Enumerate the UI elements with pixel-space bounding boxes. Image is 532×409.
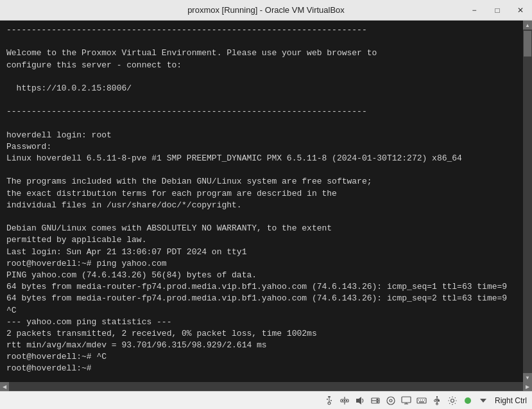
scroll-area: ----------------------------------------… (0, 21, 532, 382)
scroll-right-button[interactable]: ▶ (523, 382, 532, 391)
keyboard-icon[interactable] (415, 394, 428, 407)
storage-icon[interactable] (369, 394, 382, 407)
maximize-button[interactable]: □ (486, 0, 509, 21)
scroll-down-button[interactable]: ▼ (523, 373, 532, 382)
window-title: proxmox [Running] - Oracle VM VirtualBox (187, 5, 345, 15)
svg-point-17 (390, 399, 392, 402)
svg-rect-6 (342, 400, 343, 401)
window-controls: − □ ✕ (463, 0, 532, 20)
svg-marker-34 (480, 399, 486, 403)
svg-marker-11 (356, 397, 361, 405)
usb-devices-icon[interactable] (431, 394, 443, 407)
svg-rect-21 (417, 398, 426, 403)
arrow-icon[interactable] (477, 394, 490, 407)
svg-point-2 (328, 402, 330, 405)
gear-icon[interactable] (446, 394, 459, 407)
svg-point-15 (377, 401, 378, 403)
scroll-up-button[interactable]: ▲ (523, 21, 532, 30)
svg-point-33 (465, 397, 471, 404)
svg-rect-4 (330, 400, 332, 401)
svg-rect-7 (344, 400, 345, 401)
svg-point-32 (450, 399, 454, 402)
hscroll-track[interactable] (9, 382, 523, 391)
display-icon[interactable] (400, 394, 413, 407)
network-cable-icon[interactable] (338, 394, 351, 407)
audio-icon[interactable] (354, 394, 366, 407)
titlebar: proxmox [Running] - Oracle VM VirtualBox… (0, 0, 532, 21)
close-button[interactable]: ✕ (509, 0, 532, 21)
scroll-left-button[interactable]: ◀ (0, 382, 9, 391)
svg-rect-8 (346, 400, 347, 401)
svg-rect-30 (438, 400, 439, 401)
terminal-output[interactable]: ----------------------------------------… (0, 21, 523, 382)
right-ctrl-label: Right Ctrl (495, 396, 527, 405)
usb-icon[interactable] (323, 394, 336, 407)
scroll-thumb[interactable] (524, 31, 531, 57)
svg-point-29 (434, 399, 436, 401)
minimize-button[interactable]: − (463, 0, 486, 21)
vm-window: ----------------------------------------… (0, 21, 532, 391)
statusbar: Right Ctrl (0, 391, 532, 409)
horizontal-scrollbar: ◀ ▶ (0, 382, 532, 391)
svg-rect-0 (328, 396, 330, 397)
network-status-icon[interactable] (461, 394, 474, 407)
svg-rect-18 (402, 397, 411, 403)
svg-point-14 (377, 399, 378, 400)
svg-rect-3 (327, 399, 328, 400)
cd-icon[interactable] (384, 394, 397, 407)
svg-point-16 (387, 397, 395, 405)
vertical-scrollbar: ▲ ▼ (523, 21, 532, 382)
